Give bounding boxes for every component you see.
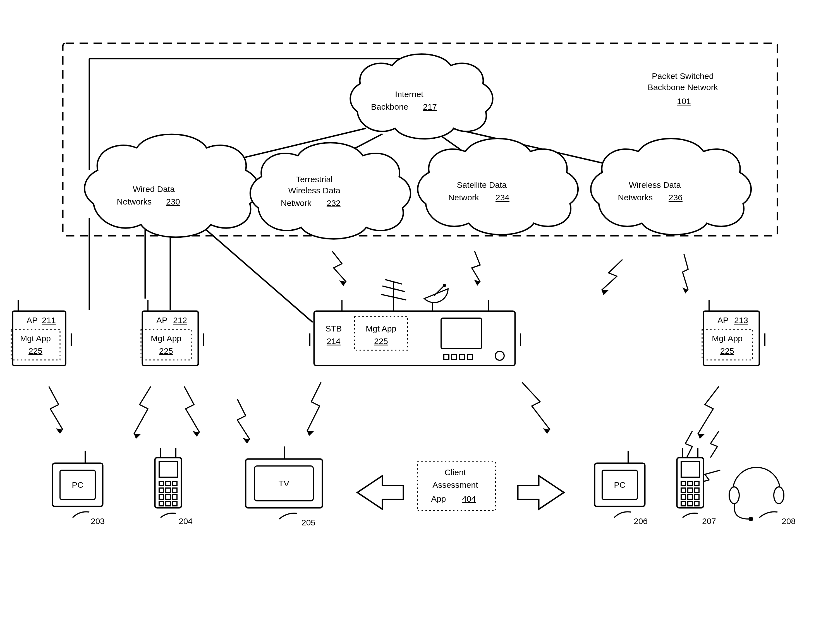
client-assessment-app: Client Assessment App 404 bbox=[417, 462, 495, 511]
ap-211: AP211 Mgt App225 bbox=[11, 300, 71, 366]
svg-text:204: 204 bbox=[178, 517, 193, 526]
svg-text:206: 206 bbox=[634, 517, 648, 526]
svg-text:208: 208 bbox=[782, 517, 796, 526]
arrow-left bbox=[357, 476, 404, 509]
cloud-internet-backbone: Internet Backbone 217 bbox=[351, 54, 493, 139]
svg-text:207: 207 bbox=[702, 517, 716, 526]
cloud-wired-data: Wired Data Networks 230 bbox=[85, 134, 259, 237]
svg-text:Client
      Assessment
      : Client Assessment App 404 bbox=[431, 468, 481, 503]
svg-point-106 bbox=[729, 487, 739, 504]
ap-212: AP212 Mgt App225 bbox=[141, 300, 204, 366]
svg-point-107 bbox=[774, 487, 784, 504]
phone-207: 207 bbox=[677, 448, 716, 526]
tv-205: TV 205 bbox=[246, 446, 322, 527]
headset-208: 208 bbox=[729, 467, 796, 526]
ap-213: AP213 Mgt App225 bbox=[702, 300, 765, 366]
svg-text:205: 205 bbox=[301, 518, 315, 527]
svg-text:TV: TV bbox=[278, 479, 289, 488]
cloud-terrestrial-wireless: Terrestrial Wireless Data Network 232 bbox=[250, 143, 410, 239]
phone-204: 204 bbox=[155, 448, 193, 526]
backbone-label: Packet Switched Backbone Network 101 bbox=[648, 71, 720, 106]
cloud-satellite-data: Satellite Data Network 234 bbox=[418, 139, 578, 235]
svg-rect-28 bbox=[314, 311, 515, 366]
svg-text:203: 203 bbox=[91, 517, 105, 526]
bolts-upper bbox=[332, 251, 688, 295]
diagram: Packet Switched Backbone Network 101 Int… bbox=[0, 0, 833, 644]
arrow-right bbox=[518, 476, 564, 509]
pc-203: PC 203 bbox=[53, 451, 105, 526]
svg-point-39 bbox=[443, 284, 446, 287]
svg-point-108 bbox=[749, 517, 753, 521]
svg-text:PC: PC bbox=[614, 480, 626, 490]
pc-206: PC 206 bbox=[595, 451, 648, 526]
svg-text:PC: PC bbox=[72, 480, 84, 490]
cloud-wireless-data: Wireless Data Networks 236 bbox=[591, 139, 751, 235]
stb-214: STB214 Mgt App225 bbox=[310, 279, 521, 366]
